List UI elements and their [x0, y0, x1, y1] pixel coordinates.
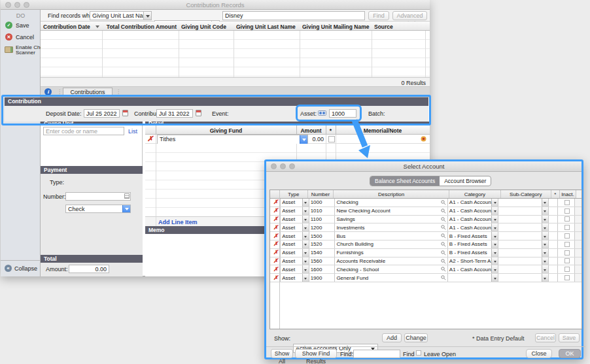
col-star[interactable]: * — [326, 127, 336, 134]
account-row[interactable]: ✗ Asset 1500 Bus B - Fixed Assets — [270, 232, 581, 240]
chevron-down-icon[interactable] — [542, 216, 548, 223]
default-star-cell[interactable] — [549, 207, 558, 215]
chevron-down-icon[interactable] — [302, 249, 309, 257]
tab-contributions[interactable]: Contributions — [63, 88, 113, 96]
advanced-find-button[interactable]: Advanced Find — [392, 11, 427, 20]
account-row[interactable]: ✗ Asset 1000 Checking A1 - Cash Accounts — [270, 199, 581, 207]
collapse-button[interactable]: « Collapse — [5, 265, 37, 272]
contribution-date-input[interactable]: Jul 31 2022 — [156, 109, 193, 118]
col-type[interactable]: Type — [280, 190, 308, 198]
total-amount-input[interactable]: 0.00 — [69, 265, 109, 273]
account-row[interactable]: ✗ Asset 1100 Savings A1 - Cash Accounts — [270, 216, 581, 224]
col-giving-fund[interactable]: Giving Fund — [156, 127, 296, 134]
info-icon[interactable]: i — [44, 88, 52, 95]
delete-row-icon[interactable]: ✗ — [273, 225, 279, 231]
default-star-cell[interactable] — [549, 199, 558, 207]
default-star-cell[interactable] — [549, 257, 558, 265]
ok-button[interactable]: OK — [559, 349, 581, 358]
star-checkbox[interactable] — [328, 136, 335, 142]
delete-row-icon[interactable]: ✗ — [273, 267, 279, 273]
fund-amount[interactable]: 0.00 — [298, 136, 324, 142]
inactive-checkbox[interactable] — [564, 267, 570, 272]
lookup-icon[interactable] — [441, 259, 446, 264]
results-table-body[interactable] — [41, 31, 430, 78]
chevron-down-icon[interactable] — [302, 223, 309, 231]
memorial-icon[interactable] — [421, 136, 426, 143]
inactive-checkbox[interactable] — [564, 208, 570, 214]
inactive-checkbox[interactable] — [564, 216, 570, 222]
account-row[interactable]: ✗ Asset 1200 Investments A1 - Cash Accou… — [270, 223, 581, 232]
chevron-down-icon[interactable] — [491, 232, 498, 240]
delete-row-icon[interactable]: ✗ — [273, 241, 279, 247]
tab-account-browser[interactable]: Account Browser — [440, 176, 491, 186]
delete-row-icon[interactable]: ✗ — [273, 199, 279, 205]
col-description[interactable]: Description — [334, 190, 449, 198]
chevron-down-icon[interactable] — [302, 257, 309, 265]
chevron-down-icon[interactable] — [491, 257, 498, 265]
chevron-down-icon[interactable] — [302, 232, 309, 240]
lookup-icon[interactable] — [441, 217, 446, 222]
chevron-down-icon[interactable] — [491, 274, 498, 282]
change-button[interactable]: Change — [404, 333, 428, 342]
lookup-icon[interactable] — [441, 250, 446, 256]
account-row[interactable]: ✗ Asset 1560 Accounts Receivable A2 - Sh… — [270, 257, 581, 266]
chevron-down-icon[interactable] — [491, 249, 498, 257]
col-giving-unit-mailing-name[interactable]: Giving Unit Mailing Name — [302, 24, 369, 30]
delete-row-icon[interactable]: ✗ — [273, 208, 279, 214]
show-find-results-button[interactable]: Show Find Results — [295, 349, 337, 358]
payment-number-input[interactable] — [65, 192, 131, 201]
delete-row-icon[interactable]: ✗ — [273, 275, 279, 281]
account-row[interactable]: ✗ Asset 1520 Church Building B - Fixed A… — [270, 240, 581, 249]
chevron-down-icon[interactable] — [302, 216, 309, 223]
lookup-icon[interactable] — [441, 267, 446, 272]
number-lookup-icon[interactable] — [124, 193, 130, 199]
delete-row-icon[interactable]: ✗ — [273, 216, 279, 222]
account-row[interactable]: ✗ Asset 1010 New Checking Account A1 - C… — [270, 207, 581, 216]
account-row[interactable]: ✗ Asset 1600 Checking - School A1 - Cash… — [270, 265, 581, 274]
cancel-button[interactable]: Cancel — [535, 333, 556, 342]
chevron-down-icon[interactable] — [302, 240, 309, 248]
chevron-down-icon[interactable] — [302, 199, 309, 207]
chevron-down-icon[interactable] — [491, 265, 498, 273]
default-star-cell[interactable] — [549, 232, 558, 240]
asset-input[interactable]: 1000 — [329, 109, 356, 118]
delete-row-icon[interactable]: ✗ — [273, 233, 279, 239]
chevron-down-icon[interactable] — [302, 274, 309, 282]
chevron-down-icon[interactable] — [542, 249, 548, 257]
col-number[interactable]: Number — [308, 190, 334, 198]
lookup-icon[interactable] — [441, 208, 446, 214]
chevron-down-icon[interactable] — [542, 207, 548, 215]
chevron-down-icon[interactable] — [542, 199, 548, 207]
sort-chevron-icon[interactable] — [95, 25, 99, 30]
dialog-find-input[interactable] — [353, 350, 400, 358]
chevron-down-icon[interactable] — [491, 207, 498, 215]
giving-unit-code-input[interactable]: Enter code or name — [43, 127, 124, 135]
delete-row-icon[interactable]: ✗ — [273, 250, 279, 256]
inactive-checkbox[interactable] — [564, 225, 570, 230]
col-inact[interactable]: Inact. — [560, 190, 576, 198]
save-button[interactable]: Save — [559, 333, 580, 342]
lookup-icon[interactable] — [441, 242, 446, 247]
col-giving-unit-last-name[interactable]: Giving Unit Last Name — [236, 24, 296, 30]
lookup-icon[interactable] — [441, 233, 446, 239]
account-row[interactable]: ✗ Asset 1900 General Fund — [270, 274, 581, 282]
chevron-down-icon[interactable] — [542, 223, 548, 231]
default-star-cell[interactable] — [549, 223, 558, 231]
inactive-checkbox[interactable] — [564, 258, 570, 263]
col-star[interactable]: * — [551, 190, 560, 198]
chevron-down-icon[interactable] — [491, 240, 498, 248]
find-button[interactable]: Find — [368, 11, 389, 20]
col-amount[interactable]: Amount — [296, 127, 326, 134]
default-star-cell[interactable] — [549, 274, 558, 282]
inactive-checkbox[interactable] — [564, 242, 570, 247]
dialog-find-button[interactable]: Find — [403, 351, 415, 357]
chevron-down-icon[interactable] — [542, 274, 548, 282]
col-contribution-date[interactable]: Contribution Date — [43, 24, 90, 30]
sidebar-item-save[interactable]: ✓ Save — [5, 22, 29, 29]
col-category[interactable]: Category — [449, 190, 500, 198]
fund-row[interactable]: ✗ Tithes 0.00 — [145, 135, 430, 144]
deposit-date-input[interactable]: Jul 25 2022 — [84, 109, 120, 118]
chevron-down-icon[interactable] — [542, 265, 548, 273]
scrollbar-track[interactable] — [576, 190, 581, 198]
chevron-down-icon[interactable] — [491, 216, 498, 223]
